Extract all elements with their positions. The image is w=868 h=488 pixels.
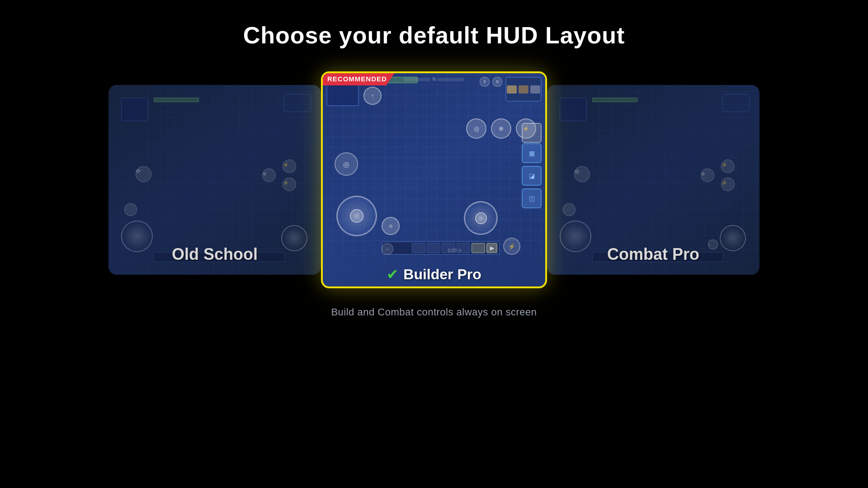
- builder-pro-label-area: ✔ Builder Pro: [323, 261, 545, 286]
- inv-arrow-btn: ▶: [486, 243, 497, 253]
- settings-icon: ⚙: [492, 77, 502, 87]
- builder-pro-weapon-panel: [505, 77, 542, 102]
- combat-pro-joystick-left: [560, 221, 591, 252]
- build-btn-empty: [522, 123, 542, 143]
- old-school-health-bar: [154, 98, 199, 102]
- selected-checkmark: ✔: [387, 266, 399, 283]
- builder-pro-inventory: ▶: [382, 241, 500, 255]
- inv-slot-5: [472, 243, 485, 253]
- layout-card-combat-pro[interactable]: ◎ ⊕ ⚡ ⚡ + Combat Pro: [547, 85, 760, 275]
- weapon-icon-2: [519, 85, 528, 94]
- combat-pro-extra-btn: +: [708, 239, 718, 249]
- old-school-label: Old School: [172, 245, 258, 264]
- weapon-icon-3: [530, 85, 540, 94]
- page-title: Choose your default HUD Layout: [243, 22, 625, 49]
- joystick-right-nub: [475, 212, 487, 224]
- combat-pro-minimap: [560, 98, 587, 121]
- compass-area: N: [403, 77, 464, 82]
- old-school-move-btn-1: [124, 203, 137, 216]
- combat-pro-shoot-btn: ⚡: [721, 178, 735, 191]
- old-school-minimap: [121, 98, 148, 121]
- build-floor-btn: ◫: [522, 188, 542, 208]
- compass-bar-2: [438, 78, 465, 81]
- page-subtitle: Build and Combat controls always on scre…: [331, 306, 537, 318]
- combat-pro-weapon-panel: [722, 94, 750, 112]
- aim-left-button: ◎: [335, 152, 358, 176]
- map-button: ⊕: [382, 217, 400, 235]
- builder-pro-preview: RECOMMENDED 🎙 ⚙: [323, 73, 545, 261]
- old-school-interact-btn: ⚡: [283, 160, 296, 173]
- build-wall-btn: ▦: [522, 143, 542, 163]
- builder-pro-joystick-right: [464, 201, 498, 235]
- recommended-badge: RECOMMENDED: [323, 73, 395, 85]
- joystick-left-nub: [350, 209, 363, 223]
- mic-icon: 🎙: [480, 77, 490, 87]
- weapon-icon-1: [507, 85, 517, 94]
- combat-pro-joystick-right: [720, 225, 746, 251]
- combat-pro-btn-1: [563, 203, 576, 216]
- layout-card-old-school[interactable]: ⟳ ⊕ ⚡ ⚡ Old School: [108, 85, 321, 275]
- combat-pro-label: Combat Pro: [607, 245, 699, 264]
- old-school-weapon-panel: [284, 94, 311, 112]
- inv-slot-1: [412, 243, 425, 253]
- build-ramp-btn: ◪: [522, 166, 542, 186]
- top-icons-area: 🎙 ⚙: [480, 77, 502, 87]
- build-buttons-column: ▦ ◪ ◫: [522, 143, 542, 208]
- target-button: ⊕: [491, 118, 511, 139]
- compass-bar: [403, 78, 430, 81]
- builder-pro-label: Builder Pro: [403, 266, 481, 283]
- sprint-button: ↑: [363, 87, 382, 105]
- inv-slot-2: [427, 243, 440, 253]
- builder-pro-joystick-left: [336, 196, 377, 236]
- action-button-br: ⚡: [503, 238, 520, 255]
- combat-pro-interact-btn: ⚡: [721, 160, 735, 173]
- old-school-target-btn: ⊕: [262, 169, 276, 182]
- old-school-sprint-btn: ⟳: [136, 166, 151, 182]
- combat-pro-sprint-btn: ◎: [574, 166, 590, 182]
- aim-button: ◎: [466, 118, 486, 139]
- layouts-container: ⟳ ⊕ ⚡ ⚡ Old School RECOMMENDED: [0, 71, 868, 288]
- old-school-joystick-right: [281, 225, 307, 251]
- old-school-shoot-btn: ⚡: [283, 178, 296, 191]
- old-school-joystick-left: [121, 221, 153, 252]
- emote-button: ☺: [382, 243, 393, 255]
- timer-area: 0:00 ⟳: [448, 248, 462, 253]
- combat-pro-health-bar: [592, 98, 637, 102]
- combat-pro-target-btn: ⊕: [701, 169, 714, 182]
- layout-card-builder-pro[interactable]: RECOMMENDED 🎙 ⚙: [321, 71, 547, 288]
